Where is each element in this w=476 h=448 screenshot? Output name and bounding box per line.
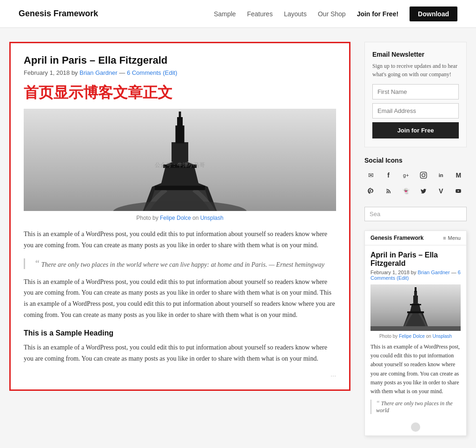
site-header: Genesis Framework Sample Features Layout… [0, 0, 476, 28]
mobile-eiffel-image [370, 284, 461, 331]
photo-caption: Photo by Felipe Dolce on Unsplash [24, 215, 336, 221]
photo-author-link[interactable]: Felipe Dolce [160, 215, 191, 221]
menu-icon: ≡ [443, 235, 446, 241]
mobile-sep: — [450, 270, 458, 275]
article-by: by [72, 69, 79, 76]
article-separator: — [119, 69, 127, 76]
svg-rect-25 [370, 326, 461, 331]
email-input[interactable] [372, 103, 459, 119]
article-end: … [24, 371, 336, 378]
nav-shop[interactable]: Our Shop [318, 10, 346, 18]
mobile-caption-on: on [425, 334, 433, 339]
sample-heading: This is a Sample Heading [24, 329, 336, 337]
article-blockquote: There are only two places in the world w… [24, 258, 336, 269]
instagram-icon[interactable] [417, 169, 430, 182]
scroll-indicator [365, 420, 466, 435]
article-author[interactable]: Brian Gardner [79, 69, 118, 76]
search-input[interactable] [364, 207, 467, 221]
mobile-eiffel-svg [370, 284, 461, 331]
social-widget: Social Icons ✉ f g+ in M 👻 [364, 157, 467, 198]
blockquote-text: There are only two places in the world w… [41, 261, 324, 268]
linkedin-icon[interactable]: in [435, 169, 448, 182]
recent-posts-section: Genesis Framework ≡ Menu April in Paris … [364, 231, 467, 436]
first-name-input[interactable] [372, 84, 459, 99]
site-content: April in Paris – Ella Fitzgerald Februar… [0, 28, 476, 448]
svg-rect-5 [155, 186, 205, 191]
article-title: April in Paris – Ella Fitzgerald [24, 54, 336, 66]
svg-rect-20 [413, 296, 418, 303]
vimeo-icon[interactable]: V [435, 184, 448, 198]
svg-rect-8 [177, 117, 183, 127]
article-body-3: This is an example of a WordPress post, … [24, 342, 336, 364]
article-date: February 1, 2018 [24, 69, 70, 76]
mobile-article-title: April in Paris – Ella Fitzgerald [370, 251, 461, 268]
mobile-preview: Genesis Framework ≡ Menu April in Paris … [364, 231, 467, 436]
article-image: 公众号：牛津小马哥 [24, 109, 336, 211]
medium-icon[interactable]: M [452, 169, 465, 182]
mobile-photo-source[interactable]: Unsplash [432, 334, 452, 339]
article-meta: February 1, 2018 by Brian Gardner — 6 Co… [24, 69, 336, 76]
svg-rect-4 [172, 142, 188, 162]
mobile-blockquote-text: There are only two places in the world [376, 400, 453, 414]
chinese-heading: 首页显示博客文章正文 [24, 83, 336, 103]
nav-layouts[interactable]: Layouts [284, 10, 307, 18]
mobile-body: This is an example of a WordPress post, … [370, 343, 461, 396]
article-body-1: This is an example of a WordPress post, … [24, 229, 336, 251]
mobile-meta: February 1, 2018 by Brian Gardner — 6 Co… [370, 270, 461, 281]
mobile-bar-title: Genesis Framework [370, 235, 423, 241]
nav-features[interactable]: Features [247, 10, 272, 18]
twitter-icon[interactable] [417, 184, 430, 198]
photo-source-link[interactable]: Unsplash [200, 215, 224, 221]
newsletter-widget: Email Newsletter Sign up to receive upda… [364, 42, 467, 147]
mobile-blockquote: There are only two places in the world [370, 400, 461, 414]
mobile-date: February 1, 2018 by [370, 270, 418, 275]
mobile-bar-menu[interactable]: ≡ Menu [443, 235, 461, 241]
pinterest-icon[interactable] [364, 184, 377, 198]
svg-rect-7 [175, 125, 184, 143]
mobile-photo-author[interactable]: Felipe Dolce [399, 334, 425, 339]
download-button[interactable]: Download [410, 7, 457, 21]
svg-rect-24 [410, 304, 421, 305]
join-button[interactable]: Join for Free [372, 122, 459, 138]
snapchat-icon[interactable]: 👻 [399, 184, 412, 198]
sidebar: Email Newsletter Sign up to receive upda… [364, 42, 467, 445]
mobile-caption: Photo by Felipe Dolce on Unsplash [370, 334, 461, 339]
youtube-icon[interactable] [452, 184, 465, 198]
article-box: April in Paris – Ella Fitzgerald Februar… [9, 42, 350, 391]
svg-rect-23 [407, 311, 424, 313]
svg-point-15 [425, 173, 425, 174]
caption-text: Photo by [136, 215, 160, 221]
main-nav: Sample Features Layouts Our Shop Join fo… [214, 7, 457, 21]
google-plus-icon[interactable]: g+ [399, 169, 412, 182]
article-comments[interactable]: 6 Comments (Edit) [127, 69, 177, 76]
nav-join[interactable]: Join for Free! [357, 10, 398, 18]
menu-label: Menu [448, 235, 461, 241]
main-content: April in Paris – Ella Fitzgerald Februar… [9, 42, 350, 445]
svg-rect-6 [163, 165, 197, 168]
mobile-author[interactable]: Brian Gardner [418, 270, 450, 275]
scroll-dot [411, 422, 420, 432]
svg-rect-22 [415, 287, 416, 292]
svg-point-14 [422, 174, 425, 177]
site-title: Genesis Framework [19, 9, 98, 19]
mobile-bar: Genesis Framework ≡ Menu [365, 231, 466, 245]
svg-rect-9 [179, 112, 181, 118]
email-icon[interactable]: ✉ [364, 169, 377, 182]
rss-icon[interactable] [382, 184, 395, 198]
mobile-caption-text: Photo by [379, 334, 399, 339]
newsletter-description: Sign up to receive updates and to hear w… [372, 62, 459, 79]
newsletter-title: Email Newsletter [372, 51, 459, 58]
facebook-icon[interactable]: f [382, 169, 395, 182]
eiffel-tower-image [24, 109, 336, 211]
caption-on: on [191, 215, 200, 221]
nav-sample[interactable]: Sample [214, 10, 236, 18]
social-title: Social Icons [364, 157, 467, 164]
svg-rect-13 [420, 172, 426, 178]
social-icons-grid: ✉ f g+ in M 👻 V [364, 169, 467, 198]
article-body-2: This is an example of a WordPress post, … [24, 277, 336, 321]
mobile-content: April in Paris – Ella Fitzgerald Februar… [365, 245, 466, 420]
